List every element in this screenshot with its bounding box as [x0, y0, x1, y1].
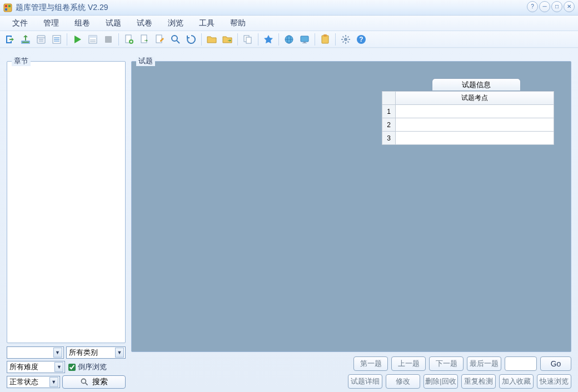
modify-button[interactable]: 修改 [386, 374, 420, 389]
dup-check-button[interactable]: 重复检测 [461, 374, 496, 389]
left-column: 章节 ▼ 所有类别 ▼ 所有难度 ▼ 倒序浏览 [7, 61, 126, 389]
close-button[interactable]: ✕ [564, 1, 575, 12]
first-button[interactable]: 第一题 [353, 356, 388, 371]
right-column: 试题 试题信息 试题考点 1 2 3 [131, 61, 571, 389]
combo-value: 正常状态 [9, 377, 38, 387]
row-cell[interactable] [396, 118, 554, 132]
menu-manage[interactable]: 管理 [37, 16, 66, 31]
nav-row: 第一题 上一题 下一题 最后一题 Go [353, 356, 571, 371]
menu-tools[interactable]: 工具 [192, 16, 221, 31]
combo-value: 所有难度 [9, 362, 38, 372]
dropdown-icon[interactable]: ▼ [54, 362, 63, 372]
folder-icon[interactable] [205, 33, 218, 46]
dropdown-icon[interactable]: ▼ [49, 377, 58, 387]
help-button[interactable]: ? [527, 1, 538, 12]
next-button[interactable]: 下一题 [429, 356, 464, 371]
separator [237, 33, 238, 46]
folder-export-icon[interactable] [221, 33, 234, 46]
star-icon[interactable] [262, 33, 275, 46]
detail-button[interactable]: 试题详细 [348, 374, 382, 389]
export-doc-icon[interactable] [138, 33, 151, 46]
search-button[interactable]: 搜索 [62, 375, 126, 389]
combo-value: 所有类别 [69, 348, 98, 358]
import-icon[interactable] [19, 33, 32, 46]
info-tab-label: 试题信息 [462, 80, 491, 90]
reverse-browse-checkbox[interactable]: 倒序浏览 [67, 362, 126, 372]
maximize-button[interactable]: □ [551, 1, 562, 12]
recycle-icon[interactable] [185, 33, 198, 46]
copy-icon[interactable] [241, 33, 255, 46]
dropdown-icon[interactable]: ▼ [115, 348, 124, 358]
row-cell[interactable] [396, 105, 554, 118]
search-label: 搜索 [92, 377, 108, 387]
table-row[interactable]: 2 [382, 118, 554, 132]
play-icon[interactable] [71, 33, 84, 46]
go-button[interactable]: Go [540, 356, 571, 371]
menu-bar: 文件 管理 组卷 试题 试卷 浏览 工具 帮助 [0, 16, 578, 31]
svg-rect-3 [5, 8, 7, 11]
separator [201, 33, 202, 46]
bottom-button-rows: 第一题 上一题 下一题 最后一题 Go 试题详细 修改 删除|回收 重复检测 加… [131, 356, 571, 389]
quick-browse-button[interactable]: 快速浏览 [537, 374, 571, 389]
delete-recycle-button[interactable]: 删除|回收 [423, 374, 458, 389]
title-bar: 题库管理与组卷系统 V2.29 ? ─ □ ✕ [0, 0, 578, 16]
help-icon[interactable]: ? [355, 33, 368, 46]
svg-line-39 [85, 383, 87, 385]
difficulty-combo[interactable]: 所有难度 ▼ [7, 361, 65, 373]
svg-rect-4 [8, 8, 11, 11]
prev-button[interactable]: 上一题 [391, 356, 426, 371]
menu-help[interactable]: 帮助 [223, 16, 252, 31]
row-cell[interactable] [396, 132, 554, 145]
filter-combo-1[interactable]: ▼ [7, 346, 64, 359]
book-icon[interactable] [34, 33, 48, 46]
row-number: 2 [382, 118, 396, 132]
left-controls: ▼ 所有类别 ▼ 所有难度 ▼ 倒序浏览 正常状态 [7, 346, 126, 389]
svg-point-35 [344, 38, 347, 41]
separator [335, 33, 336, 46]
menu-compose[interactable]: 组卷 [68, 16, 97, 31]
svg-rect-15 [89, 36, 97, 38]
favorite-button[interactable]: 加入收藏 [499, 374, 534, 389]
window-controls: ? ─ □ ✕ [527, 1, 575, 12]
table-row[interactable]: 3 [382, 132, 554, 145]
status-combo[interactable]: 正常状态 ▼ [7, 376, 60, 388]
info-header-label: 试题考点 [461, 94, 488, 102]
info-tab[interactable]: 试题信息 [432, 78, 521, 91]
separator [278, 33, 279, 46]
monitor-icon[interactable] [298, 33, 311, 46]
minimize-button[interactable]: ─ [539, 1, 550, 12]
svg-rect-2 [8, 5, 11, 7]
table-row[interactable]: 1 [382, 105, 554, 118]
row-number: 3 [382, 132, 396, 145]
last-button[interactable]: 最后一题 [467, 356, 501, 371]
dropdown-icon[interactable]: ▼ [53, 348, 62, 358]
menu-paper[interactable]: 试卷 [130, 16, 159, 31]
stop-icon[interactable] [102, 33, 115, 46]
edit-doc-icon[interactable] [153, 33, 167, 46]
toolbar: ? [0, 31, 578, 48]
info-header-cell: 试题考点 [396, 92, 554, 105]
chapter-tree-box[interactable]: 章节 [7, 61, 126, 343]
menu-file[interactable]: 文件 [6, 16, 34, 31]
search-icon[interactable] [169, 33, 182, 46]
svg-rect-34 [323, 34, 327, 37]
reverse-label: 倒序浏览 [78, 362, 107, 372]
goto-input[interactable] [505, 356, 537, 371]
svg-rect-26 [246, 37, 251, 43]
web-icon[interactable] [282, 33, 296, 46]
info-panel: 试题信息 试题考点 1 2 3 [382, 78, 554, 145]
gear-icon[interactable] [339, 33, 352, 46]
reverse-checkbox-input[interactable] [68, 364, 76, 371]
menu-browse[interactable]: 浏览 [161, 16, 190, 31]
new-doc-icon[interactable] [122, 33, 136, 46]
magnifier-icon [80, 378, 89, 386]
svg-text:?: ? [359, 36, 363, 43]
svg-rect-18 [105, 36, 112, 43]
list-icon[interactable] [50, 33, 63, 46]
menu-question[interactable]: 试题 [99, 16, 128, 31]
form-icon[interactable] [86, 33, 99, 46]
category-combo[interactable]: 所有类别 ▼ [66, 346, 126, 359]
clipboard-icon[interactable] [318, 33, 332, 46]
export-icon[interactable] [3, 33, 17, 46]
question-box: 试题 试题信息 试题考点 1 2 3 [131, 61, 571, 352]
